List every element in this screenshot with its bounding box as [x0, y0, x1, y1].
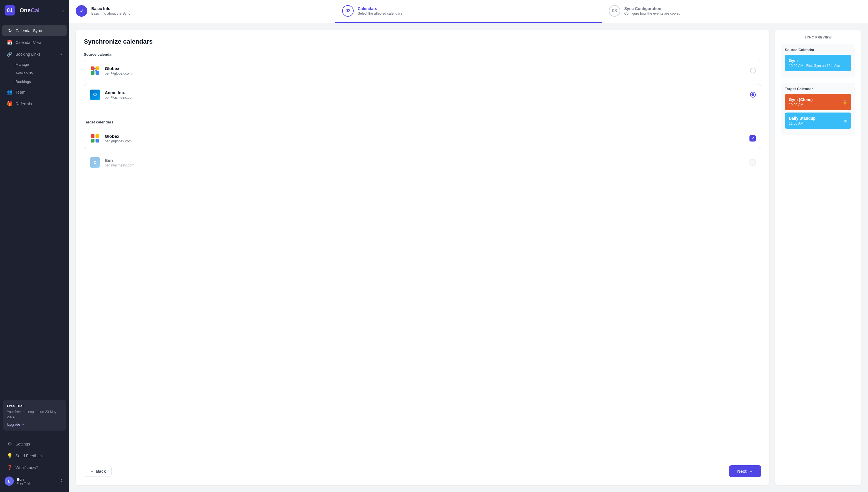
sidebar-item-bookings[interactable]: Bookings — [13, 77, 69, 86]
svg-rect-7 — [91, 134, 95, 138]
svg-rect-4 — [91, 71, 95, 75]
source-calendar-acme[interactable]: O Acme Inc. ben@acmeinc.com — [84, 84, 761, 105]
target-globex-email: ben@globex.com — [105, 139, 745, 143]
outlook-calendar-icon: O — [89, 89, 101, 100]
main-content: ✓ Basic Info Basic info about the Sync 0… — [69, 0, 868, 492]
sidebar-nav: ↻ Calendar Sync 📅 Calendar View 🔗 Bookin… — [0, 21, 69, 396]
source-globex-radio[interactable] — [750, 68, 756, 73]
target-globex-checkbox[interactable] — [749, 135, 756, 142]
stepper-text-3: Sync Configuration Configure how the eve… — [624, 6, 680, 16]
preview-target-label: Target Calendar — [785, 87, 851, 91]
stepper-step-basic-info[interactable]: ✓ Basic Info Basic info about the Sync — [69, 0, 335, 23]
logo-text: OneCal — [20, 7, 40, 14]
sidebar-item-team[interactable]: 👥 Team — [2, 87, 67, 98]
svg-rect-3 — [96, 67, 99, 70]
sidebar-item-availability[interactable]: Availability — [13, 69, 69, 77]
whats-new-icon: ❓ — [7, 465, 13, 470]
stepper-circle-3: 03 — [609, 5, 620, 17]
source-acme-info: Acme Inc. ben@acmeinc.com — [105, 90, 746, 100]
source-acme-name: Acme Inc. — [105, 90, 746, 95]
source-globex-info: Globex ben@globex.com — [105, 66, 746, 75]
preview-target-event-1: Gym (Clone) 10:00 AM 🔒 — [785, 94, 851, 110]
stepper-sub-1: Basic info about the Sync — [91, 11, 130, 16]
svg-rect-5 — [96, 71, 99, 75]
target-ben-name: Ben — [105, 158, 745, 163]
sidebar-item-referrals[interactable]: 🎁 Referrals — [2, 98, 67, 109]
sidebar-item-send-feedback[interactable]: 💡 Send Feedback — [2, 450, 67, 461]
free-trial-title: Free Trial — [7, 404, 62, 408]
settings-icon: ⚙ — [7, 441, 13, 447]
user-menu-button[interactable]: ⋮ — [59, 478, 64, 484]
radio-globex — [750, 68, 756, 73]
free-trial-banner: Free Trial Your free trial expires on 23… — [3, 400, 66, 430]
section-divider — [84, 114, 761, 114]
user-profile[interactable]: E Ben Free Trial ⋮ — [0, 474, 69, 489]
sidebar-collapse-button[interactable]: « — [62, 8, 64, 13]
svg-rect-2 — [91, 67, 95, 70]
page-title: Synchronize calendars — [84, 38, 761, 45]
source-globex-name: Globex — [105, 66, 746, 71]
sidebar: 01 OneCal « ↻ Calendar Sync 📅 Calendar V… — [0, 0, 69, 492]
stepper-step-calendars[interactable]: 02 Calendars Select the affected calenda… — [335, 0, 601, 23]
sidebar-item-calendar-view-label: Calendar View — [16, 40, 62, 45]
radio-acme — [750, 92, 756, 98]
user-avatar: E — [5, 476, 14, 486]
user-info: Ben Free Trial — [17, 477, 56, 485]
back-button-label: Back — [96, 469, 106, 474]
outlook-target-icon: O — [89, 157, 101, 168]
stepper-text-1: Basic Info Basic info about the Sync — [91, 6, 130, 16]
next-button[interactable]: Next → — [729, 465, 761, 477]
source-section-label: Source calendar — [84, 52, 761, 56]
stepper-step-sync-config[interactable]: 03 Sync Configuration Configure how the … — [602, 0, 868, 23]
stepper-circle-1: ✓ — [76, 5, 87, 17]
sync-preview-title: SYNC PREVIEW — [781, 35, 855, 39]
source-acme-radio[interactable] — [750, 92, 756, 98]
target-globex-info: Globex ben@globex.com — [105, 134, 745, 143]
preview-target-event-2-info: Daily Standup 11:00 AM — [789, 116, 816, 125]
preview-source-label: Source Calendar — [785, 48, 851, 52]
booking-links-icon: 🔗 — [7, 51, 13, 57]
preview-target-event-1-time: 10:00 AM — [789, 103, 813, 107]
calendar-view-icon: 📅 — [7, 40, 13, 45]
copy-icon: ⊞ — [844, 119, 847, 123]
sidebar-item-referrals-label: Referrals — [16, 102, 62, 106]
svg-rect-8 — [96, 134, 99, 138]
stepper-circle-2: 02 — [342, 5, 354, 17]
back-arrow-icon: ← — [90, 469, 94, 474]
google-target-icon — [89, 132, 101, 144]
outlook-small-logo: O — [90, 157, 100, 168]
target-section-label: Target calendars — [84, 120, 761, 124]
upgrade-button[interactable]: Upgrade → — [7, 422, 62, 426]
preview-source-event: Gym 10:00 AM · Flex Gym on 16th Ave — [785, 55, 851, 71]
sidebar-item-whats-new-label: What's new? — [16, 465, 62, 470]
target-calendar-ben[interactable]: O Ben ben@acmeinc.com — [84, 152, 761, 173]
target-ben-checkbox[interactable] — [749, 159, 756, 166]
sync-preview-panel: SYNC PREVIEW Source Calendar Gym 10:00 A… — [775, 30, 861, 485]
target-calendar-globex[interactable]: Globex ben@globex.com — [84, 128, 761, 149]
svg-rect-9 — [91, 139, 95, 143]
back-button[interactable]: ← Back — [84, 466, 111, 477]
sidebar-item-send-feedback-label: Send Feedback — [16, 453, 62, 458]
next-arrow-icon: → — [749, 469, 753, 474]
lock-icon: 🔒 — [842, 100, 847, 104]
sidebar-item-calendar-view[interactable]: 📅 Calendar View — [2, 37, 67, 48]
stepper-title-2: Calendars — [358, 6, 402, 11]
team-icon: 👥 — [7, 89, 13, 95]
sidebar-item-whats-new[interactable]: ❓ What's new? — [2, 462, 67, 473]
card-footer: ← Back Next → — [84, 459, 761, 477]
sidebar-item-calendar-sync-label: Calendar Sync — [16, 28, 62, 33]
sidebar-item-settings[interactable]: ⚙ Settings — [2, 438, 67, 449]
preview-source-area: Source Calendar Gym 10:00 AM · Flex Gym … — [781, 44, 855, 77]
chevron-down-icon: ▾ — [60, 52, 62, 56]
preview-source-event-title: Gym — [789, 58, 847, 63]
stepper-title-3: Sync Configuration — [624, 6, 680, 11]
svg-rect-10 — [96, 139, 99, 143]
body-area: Synchronize calendars Source calendar G — [69, 23, 868, 492]
source-calendar-globex[interactable]: G Globex ben@globex.com — [84, 60, 761, 81]
outlook-logo: O — [90, 90, 100, 100]
sidebar-item-booking-links-label: Booking Links — [16, 52, 57, 56]
sidebar-item-calendar-sync[interactable]: ↻ Calendar Sync — [2, 25, 67, 36]
preview-source-event-sub: 10:00 AM · Flex Gym on 16th Ave — [789, 64, 847, 68]
sidebar-item-manage[interactable]: Manage — [13, 60, 69, 69]
sidebar-item-booking-links[interactable]: 🔗 Booking Links ▾ — [2, 49, 67, 60]
